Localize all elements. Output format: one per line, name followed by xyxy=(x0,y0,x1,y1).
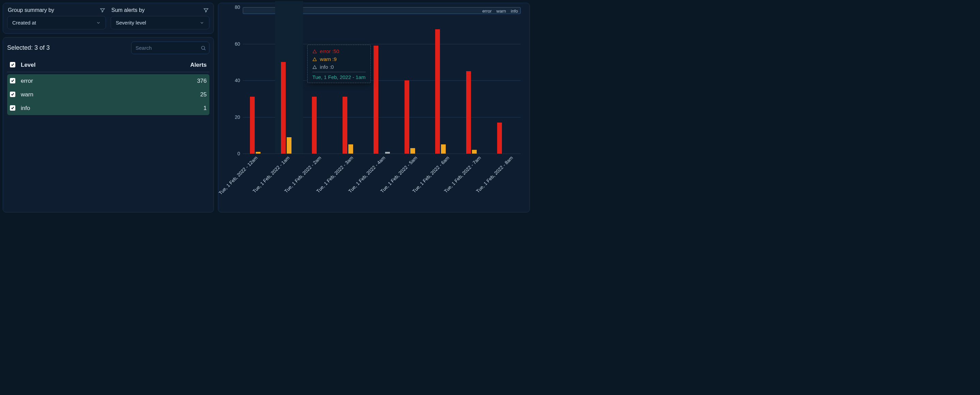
select-all-checkbox[interactable] xyxy=(10,62,15,67)
level-list-panel: Selected: 3 of 3 Level Alerts error376 xyxy=(3,37,214,212)
row-level: error xyxy=(21,78,173,84)
bar-group[interactable] xyxy=(428,7,459,154)
bar-error[interactable] xyxy=(281,62,286,154)
bar-error[interactable] xyxy=(312,97,317,154)
bar-error[interactable] xyxy=(404,80,409,154)
chart-legend: error warn info xyxy=(482,8,518,14)
tooltip-category: Tue, 1 Feb, 2022 - 1am xyxy=(312,74,365,80)
table-row[interactable]: error376 xyxy=(7,74,209,88)
funnel-icon[interactable] xyxy=(203,8,209,13)
col-header-level[interactable]: Level xyxy=(21,62,173,68)
row-checkbox[interactable] xyxy=(10,92,15,97)
chevron-down-icon xyxy=(96,21,101,25)
y-tick: 0 xyxy=(228,151,240,156)
bar-group[interactable] xyxy=(274,7,305,154)
col-header-alerts[interactable]: Alerts xyxy=(173,62,207,68)
legend-warn[interactable]: warn xyxy=(496,8,506,14)
sum-alerts-select[interactable]: Severity level xyxy=(111,16,209,29)
search-input[interactable] xyxy=(131,41,209,54)
bar-group[interactable] xyxy=(243,7,274,154)
chart-panel: error warn info error :50 warn :9 info :… xyxy=(218,3,530,212)
selected-count: Selected: 3 of 3 xyxy=(7,44,50,51)
legend-error[interactable]: error xyxy=(482,8,492,14)
filter-panel: Group summary by Created at Sum alerts b… xyxy=(3,3,214,34)
y-tick: 80 xyxy=(228,5,240,10)
table-row[interactable]: warn25 xyxy=(7,88,209,102)
group-summary-select[interactable]: Created at xyxy=(7,16,106,29)
bar-error[interactable] xyxy=(435,29,440,154)
sum-alerts-label: Sum alerts by xyxy=(111,7,145,13)
bar-error[interactable] xyxy=(466,71,471,154)
legend-info[interactable]: info xyxy=(511,8,518,14)
x-tick: Tue, 1 Feb, 2022 - 8am xyxy=(494,151,526,206)
table-row[interactable]: info1 xyxy=(7,102,209,115)
chart-tooltip: error :50 warn :9 info :0 Tue, 1 Feb, 20… xyxy=(307,45,371,83)
y-tick: 40 xyxy=(228,78,240,83)
row-checkbox[interactable] xyxy=(10,78,15,83)
row-level: warn xyxy=(21,91,173,98)
tooltip-info: info :0 xyxy=(320,64,334,70)
bar-error[interactable] xyxy=(250,97,255,154)
row-level: info xyxy=(21,105,173,112)
tooltip-warn: warn :9 xyxy=(320,56,336,62)
group-summary-value: Created at xyxy=(12,20,36,25)
y-tick: 60 xyxy=(228,41,240,47)
table-header: Level Alerts xyxy=(7,58,209,72)
bar-group[interactable] xyxy=(366,7,398,154)
bar-error[interactable] xyxy=(342,97,347,154)
bar-error[interactable] xyxy=(374,46,378,154)
row-checkbox[interactable] xyxy=(10,105,15,111)
bar-group[interactable] xyxy=(459,7,490,154)
bar-error[interactable] xyxy=(497,123,502,154)
row-alerts: 25 xyxy=(173,91,207,98)
chart-area[interactable]: error warn info error :50 warn :9 info :… xyxy=(243,7,521,154)
svg-point-0 xyxy=(202,46,205,49)
funnel-icon[interactable] xyxy=(100,8,105,13)
bar-group[interactable] xyxy=(397,7,428,154)
bar-warn[interactable] xyxy=(287,137,291,154)
chevron-down-icon xyxy=(200,21,204,25)
y-tick: 20 xyxy=(228,115,240,120)
tooltip-error: error :50 xyxy=(320,48,339,54)
row-alerts: 376 xyxy=(173,78,207,84)
bar-group[interactable] xyxy=(490,7,521,154)
sum-alerts-value: Severity level xyxy=(116,20,146,25)
search-icon xyxy=(200,45,206,51)
group-summary-label: Group summary by xyxy=(8,7,54,13)
row-alerts: 1 xyxy=(173,105,207,112)
